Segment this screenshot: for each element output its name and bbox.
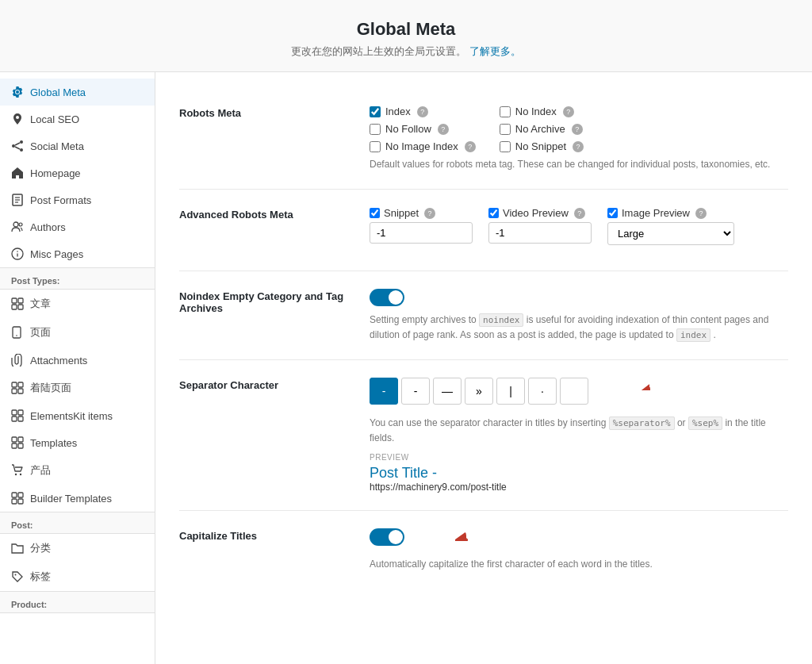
svg-rect-28 (12, 437, 17, 442)
svg-rect-26 (12, 416, 17, 421)
annotation-1-container: 1 (370, 82, 382, 97)
svg-rect-35 (18, 493, 23, 497)
snippet-label-text: Snippet (384, 207, 419, 219)
sidebar-item-attachments[interactable]: Attachments (0, 347, 155, 374)
svg-rect-37 (18, 499, 23, 504)
sidebar-item-templates[interactable]: Templates (0, 429, 155, 456)
svg-rect-18 (13, 327, 21, 338)
no-index-help-icon[interactable]: ? (563, 106, 574, 117)
sep-custom-input[interactable] (560, 378, 588, 405)
checkbox-no-follow-input[interactable] (370, 124, 381, 135)
sep-btn-pipe[interactable]: | (496, 378, 525, 405)
no-snippet-help-icon[interactable]: ? (573, 141, 584, 152)
svg-rect-24 (12, 410, 17, 415)
noindex-toggle[interactable] (370, 289, 404, 306)
checkbox-index-label[interactable]: Index (385, 106, 411, 117)
snippet-checkbox-label[interactable]: Snippet ? (370, 207, 473, 219)
sidebar-item-post-formats[interactable]: Post Formats (0, 186, 155, 213)
index-help-icon[interactable]: ? (417, 106, 428, 117)
preview-url: https://machinery9.com/post-title (370, 482, 788, 493)
checkbox-no-image-index-label[interactable]: No Image Index (385, 140, 458, 152)
checkbox-index-input[interactable] (370, 106, 381, 117)
home-icon (11, 167, 24, 179)
page-header: Global Meta 更改在您的网站上生效的全局元设置。 了解更多。 (0, 0, 812, 72)
sidebar-item-authors[interactable]: Authors (0, 213, 155, 240)
video-preview-help-icon[interactable]: ? (574, 208, 585, 219)
svg-point-1 (12, 144, 15, 148)
grid-icon-2 (11, 382, 24, 394)
sidebar-item-builder-templates[interactable]: Builder Templates (0, 485, 155, 512)
annotation-1-arrow: 1 (370, 82, 382, 94)
adv-col-snippet: Snippet ? (370, 207, 473, 244)
sidebar-item-wenzhang[interactable]: 文章 (0, 290, 155, 318)
preview-label: PREVIEW (370, 453, 788, 462)
checkbox-no-index-label[interactable]: No Index (515, 106, 557, 117)
capitalize-titles-description: Automatically capitalize the first chara… (370, 557, 788, 571)
sidebar-item-zhaoluyemian[interactable]: 着陆页面 (0, 374, 155, 402)
sidebar-item-product[interactable]: 产品 (0, 456, 155, 485)
noindex-empty-content: Setting empty archives to noindex is use… (370, 289, 788, 342)
svg-point-38 (15, 574, 17, 576)
sidebar-label-yemian: 页面 (30, 325, 51, 340)
checkbox-no-snippet-label[interactable]: No Snippet (515, 140, 566, 152)
image-preview-checkbox[interactable] (607, 208, 618, 218)
svg-rect-14 (12, 298, 17, 303)
sidebar-item-yemian[interactable]: 页面 (0, 318, 155, 347)
cart-icon (11, 464, 24, 477)
svg-point-0 (20, 140, 23, 144)
no-follow-help-icon[interactable]: ? (438, 124, 449, 135)
adv-col-video-preview: Video Preview ? (488, 207, 592, 244)
image-preview-checkbox-label[interactable]: Image Preview ? (607, 207, 734, 219)
checkbox-no-snippet: No Snippet ? (500, 140, 584, 152)
sep-btn-raquo[interactable]: » (465, 378, 493, 405)
sidebar-label-builder-templates: Builder Templates (30, 493, 112, 505)
grid-icon-3 (11, 409, 24, 422)
sidebar-item-elementskit[interactable]: ElementsKit items (0, 402, 155, 429)
sidebar-item-social-meta[interactable]: Social Meta (0, 132, 155, 159)
sidebar-item-homepage[interactable]: Homepage (0, 159, 155, 186)
image-preview-select[interactable]: Large None Standard (607, 222, 734, 245)
separator-character-label: Separator Character (179, 378, 354, 493)
checkbox-no-follow-label[interactable]: No Follow (385, 123, 431, 135)
page-title: Global Meta (16, 19, 796, 40)
sep-btn-mdash[interactable]: — (433, 378, 462, 405)
svg-point-12 (17, 251, 18, 252)
no-archive-help-icon[interactable]: ? (572, 124, 583, 135)
checkbox-no-snippet-input[interactable] (500, 141, 511, 152)
clip-icon (11, 354, 24, 367)
learn-more-link[interactable]: 了解更多。 (469, 45, 521, 57)
capitalize-toggle[interactable] (370, 528, 404, 546)
snippet-checkbox[interactable] (370, 208, 380, 218)
users-icon (11, 221, 24, 233)
snippet-input[interactable] (370, 222, 473, 244)
tag-icon (11, 570, 24, 583)
sidebar-item-local-seo[interactable]: Local SEO (0, 106, 155, 132)
svg-point-2 (20, 148, 23, 152)
svg-rect-30 (12, 443, 17, 448)
checkbox-no-archive-label[interactable]: No Archive (515, 123, 565, 135)
sidebar-item-fenglei[interactable]: 分类 (0, 534, 155, 562)
video-preview-label-text: Video Preview (503, 207, 569, 219)
no-image-index-help-icon[interactable]: ? (465, 141, 476, 152)
checkbox-no-index-input[interactable] (500, 106, 511, 117)
image-preview-help-icon[interactable]: ? (695, 208, 707, 219)
snippet-help-icon[interactable]: ? (424, 208, 435, 219)
sep-btn-dash-filled[interactable]: - (370, 378, 398, 405)
sep-btn-dot[interactable]: · (528, 378, 557, 405)
video-preview-checkbox-label[interactable]: Video Preview ? (488, 207, 592, 219)
sep-btn-dash[interactable]: - (401, 378, 430, 405)
video-preview-input[interactable] (488, 222, 592, 244)
svg-point-33 (20, 474, 21, 475)
section-post-types: Post Types: (0, 267, 155, 290)
checkbox-no-archive-input[interactable] (500, 124, 511, 135)
video-preview-checkbox[interactable] (488, 208, 499, 218)
sidebar-item-biaoqian[interactable]: 标签 (0, 562, 155, 591)
info-icon (11, 248, 24, 260)
robots-meta-description: Default values for robots meta tag. Thes… (370, 157, 788, 171)
advanced-robots-meta-content: Snippet ? Video Preview ? (370, 207, 788, 253)
checkbox-no-image-index-input[interactable] (370, 141, 381, 152)
robots-meta-content: Index ? No Follow ? No Image Index (370, 106, 788, 171)
sidebar-item-misc-pages[interactable]: Misc Pages (0, 240, 155, 267)
advanced-robots-meta-row: Advanced Robots Meta Snippet ? (179, 190, 788, 271)
sidebar-item-global-meta[interactable]: Global Meta (0, 79, 155, 106)
